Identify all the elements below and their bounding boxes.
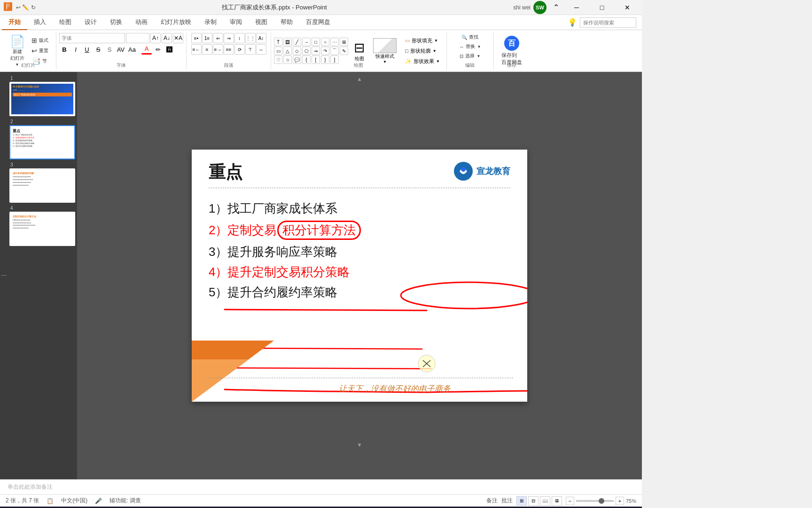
presenter-view-button[interactable]: 🖥 bbox=[552, 496, 562, 506]
tab-review[interactable]: 审阅 bbox=[223, 15, 249, 30]
reading-view-button[interactable]: 📖 bbox=[540, 496, 550, 506]
tab-help[interactable]: 帮助 bbox=[274, 15, 299, 30]
arrow-button[interactable]: → bbox=[302, 38, 311, 46]
line-button[interactable]: ╱ bbox=[293, 38, 301, 46]
rounded-rect-button[interactable]: ▭ bbox=[274, 47, 282, 55]
notes-area[interactable]: 单击此处添加备注 bbox=[0, 479, 642, 494]
decrease-font-button[interactable]: A↓ bbox=[162, 33, 172, 43]
slide-thumb-4[interactable]: 4 定制交易积分计算方法 DAM●●●●●●●●●●●● ●●●●●●●●●●●… bbox=[9, 206, 75, 246]
close-button[interactable]: ✕ bbox=[617, 0, 638, 15]
zoom-out-button[interactable]: − bbox=[566, 497, 574, 505]
reset-button[interactable]: ↩ 重置 bbox=[30, 46, 50, 56]
star-button[interactable]: ☆ bbox=[283, 56, 292, 64]
heart-button[interactable]: ♡ bbox=[274, 56, 282, 64]
zoom-in-button[interactable]: + bbox=[616, 497, 624, 505]
scroll-down-button[interactable]: ▼ bbox=[357, 442, 362, 448]
bullets-button[interactable]: ≡• bbox=[191, 33, 202, 43]
increase-indent-button[interactable]: ⇒ bbox=[224, 33, 234, 43]
maximize-button[interactable]: □ bbox=[591, 0, 613, 15]
notes-label[interactable]: 备注 bbox=[486, 497, 498, 505]
slide-thumb-2[interactable]: 2 重点 1）找工厂商家成长体系 2）定制交易积分计算方法 3）提升服务响应率策… bbox=[9, 119, 75, 159]
text-color-button[interactable]: A bbox=[141, 44, 152, 55]
oval-button[interactable]: ○ bbox=[321, 38, 329, 46]
tab-baidu[interactable]: 百度网盘 bbox=[299, 15, 337, 30]
slide-thumb-1[interactable]: 1 90天爱里巴巴店铺火起来 1688 ———— 找工厂商家成长体系 bbox=[9, 76, 75, 116]
comments-label[interactable]: 批注 bbox=[501, 497, 513, 505]
shadow-button[interactable]: S bbox=[104, 44, 115, 55]
avatar[interactable]: SW bbox=[533, 1, 547, 14]
clear-format-button[interactable]: ✕A bbox=[173, 33, 183, 43]
quick-style-button[interactable]: 快速样式 ▼ bbox=[369, 36, 400, 66]
align-left-button[interactable]: ≡← bbox=[191, 44, 202, 55]
column-button[interactable]: ⋮⋮ bbox=[245, 33, 256, 43]
quick-access[interactable]: ↩ ✏️ ↻ bbox=[16, 4, 36, 11]
change-case-button[interactable]: Aa bbox=[127, 44, 137, 55]
tab-transitions[interactable]: 切换 bbox=[103, 15, 129, 30]
find-button[interactable]: 🔍 查找 bbox=[460, 33, 480, 41]
decrease-indent-button[interactable]: ⇐ bbox=[213, 33, 223, 43]
bold-button[interactable]: B bbox=[59, 44, 70, 55]
thumb-container-4[interactable]: 定制交易积分计算方法 DAM●●●●●●●●●●●● ●●●●●●●●●●●●●… bbox=[9, 212, 75, 246]
zoom-slider[interactable] bbox=[576, 500, 614, 502]
tab-record[interactable]: 录制 bbox=[198, 15, 223, 30]
curved-arrow-button[interactable]: ↷ bbox=[321, 47, 329, 55]
shape-outline-button[interactable]: □ 形状轮廓 ▼ bbox=[403, 46, 442, 56]
thumb-container-2[interactable]: 重点 1）找工厂商家成长体系 2）定制交易积分计算方法 3）提升服务响应率策略 … bbox=[9, 125, 75, 159]
pentagon-button[interactable]: ⬠ bbox=[302, 47, 311, 55]
callout-button[interactable]: 💬 bbox=[293, 56, 301, 64]
shape-effect-button[interactable]: ✨ 形状效果 ▼ bbox=[403, 56, 442, 66]
slide-canvas[interactable]: 重点 宣龙教育 1） 找工厂商家成长体系 bbox=[192, 150, 527, 402]
brace-close-button[interactable]: } bbox=[321, 56, 329, 64]
ribbon-toggle[interactable]: ⌃ bbox=[550, 1, 562, 14]
font-size-input[interactable] bbox=[126, 33, 149, 43]
select-button[interactable]: ⊡ 选择 ▼ bbox=[458, 52, 482, 60]
font-name-input[interactable] bbox=[59, 33, 125, 43]
minimize-button[interactable]: ─ bbox=[566, 0, 587, 15]
strikethrough-button[interactable]: S bbox=[93, 44, 103, 55]
arrow2-button[interactable]: ⇒ bbox=[312, 47, 320, 55]
triangle-button[interactable]: △ bbox=[283, 47, 292, 55]
bracket-close-button[interactable]: ] bbox=[330, 56, 339, 64]
bracket-open-button[interactable]: [ bbox=[312, 56, 320, 64]
arrange-button[interactable]: ⊟ 绘图 bbox=[350, 38, 368, 64]
char-spacing-button[interactable]: AV bbox=[116, 44, 126, 55]
thumb-container-1[interactable]: 90天爱里巴巴店铺火起来 1688 ———— 找工厂商家成长体系 bbox=[9, 82, 75, 116]
tab-design[interactable]: 设计 bbox=[78, 15, 103, 30]
tab-draw[interactable]: 绘图 bbox=[53, 15, 78, 30]
curved-line-button[interactable]: ⌒ bbox=[330, 47, 339, 55]
line-spacing-button[interactable]: ↕ bbox=[234, 33, 245, 43]
search-input[interactable] bbox=[580, 17, 636, 28]
layout-button[interactable]: ⊞ 版式 bbox=[30, 36, 50, 45]
text-direction-button[interactable]: A↕ bbox=[256, 33, 266, 43]
slide-thumb-3[interactable]: 3 成长体系规则到详解 ●●●●●●●●●●●●●●●● ●●●●●●●●●●●… bbox=[9, 162, 75, 203]
picture-button[interactable]: 🖼 bbox=[283, 38, 292, 46]
font-color-button[interactable]: 🅰 bbox=[164, 44, 174, 55]
highlight-button[interactable]: ✏ bbox=[153, 44, 163, 55]
tab-view[interactable]: 视图 bbox=[249, 15, 274, 30]
right-to-left-button[interactable]: ↔ bbox=[256, 44, 266, 55]
italic-button[interactable]: I bbox=[70, 44, 81, 55]
rect-button[interactable]: □ bbox=[312, 38, 320, 46]
replace-button[interactable]: ↔ 替换 ▼ bbox=[457, 42, 483, 51]
normal-view-button[interactable]: ⊞ bbox=[516, 496, 527, 506]
shape-more-button[interactable]: ⋯ bbox=[330, 38, 339, 46]
diamond-button[interactable]: ◇ bbox=[293, 47, 301, 55]
align-center-button[interactable]: ≡ bbox=[202, 44, 212, 55]
shapes-grid-button[interactable]: ⊞ bbox=[340, 38, 348, 46]
slide-sorter-button[interactable]: ⊟ bbox=[528, 496, 539, 506]
numbering-button[interactable]: 1≡ bbox=[202, 33, 212, 43]
underline-button[interactable]: U bbox=[82, 44, 92, 55]
tab-animations[interactable]: 动画 bbox=[129, 15, 154, 30]
increase-font-button[interactable]: A↑ bbox=[150, 33, 161, 43]
text-box-button[interactable]: T bbox=[274, 38, 282, 46]
justify-button[interactable]: ≡≡ bbox=[224, 44, 234, 55]
tab-insert[interactable]: 插入 bbox=[27, 15, 53, 30]
slide-panel[interactable]: 1 90天爱里巴巴店铺火起来 1688 ———— 找工厂商家成长体系 2 重点 bbox=[8, 72, 77, 479]
tab-home[interactable]: 开始 bbox=[2, 15, 27, 30]
scroll-up-button[interactable]: ▲ bbox=[357, 76, 362, 82]
brace-open-button[interactable]: { bbox=[302, 56, 311, 64]
thumb-container-3[interactable]: 成长体系规则到详解 ●●●●●●●●●●●●●●●● ●●●●●●●●●●●●●… bbox=[9, 168, 75, 203]
freeform-button[interactable]: ✎ bbox=[340, 47, 348, 55]
shape-fill-button[interactable]: ▭ 形状填充 ▼ bbox=[403, 36, 442, 45]
tab-slideshow[interactable]: 幻灯片放映 bbox=[154, 15, 198, 30]
